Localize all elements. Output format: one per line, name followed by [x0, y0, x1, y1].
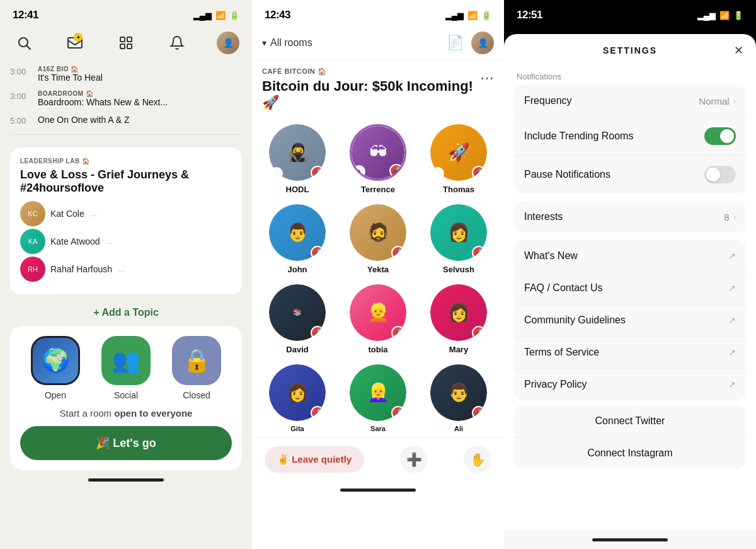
nav-doc-icon[interactable]: 📄 [447, 35, 464, 51]
room-type-closed-label: Closed [183, 390, 210, 400]
room-header-tag: CAFÉ BITCOIN 🏠 [262, 67, 480, 76]
speaker-circle-thomas: 🚀 🎤 ✦ [430, 124, 487, 181]
bell-icon[interactable] [166, 32, 188, 54]
svg-line-1 [27, 46, 31, 50]
speaker-name-thomas: Thomas [443, 185, 474, 194]
speaker-name-john: John [287, 265, 307, 274]
badge-thomas: ✦ [432, 167, 444, 180]
include-trending-toggle[interactable] [704, 127, 736, 145]
include-trending-row[interactable]: Include Trending Rooms [514, 117, 746, 156]
links-card: What's New ↗ FAQ / Contact Us ↗ Communit… [514, 240, 746, 400]
faq-row[interactable]: FAQ / Contact Us ↗ [514, 272, 746, 304]
privacy-ext-icon: ↗ [728, 379, 736, 390]
frequency-row[interactable]: Frequency Normal › [514, 85, 746, 117]
speaker-row-1: KC Kat Cole ... [20, 201, 232, 226]
user-avatar-2[interactable]: 👤 [471, 32, 494, 54]
community-label: Community Guidelines [524, 315, 626, 326]
pause-notifications-toggle[interactable] [704, 166, 736, 183]
speaker-name-selvush: Selvush [443, 265, 474, 274]
pause-notifications-row[interactable]: Pause Notifications [514, 156, 746, 194]
toolbar-p1: ✦ 👤 [0, 26, 252, 62]
badge-hodl: ✦ [270, 167, 283, 180]
room-tag: LEADERSHIP LAB 🏠 [20, 158, 232, 165]
home-indicator-2 [252, 481, 504, 500]
more-options-icon[interactable]: ⋯ [480, 67, 494, 86]
interests-value-group: 8 › [724, 212, 736, 222]
schedule-time-1: 3:00 [10, 66, 30, 76]
open-icon[interactable]: 🌍 [31, 336, 80, 385]
speaker-cell-terrence[interactable]: 🕶 🎤 ✦ Terrence [343, 124, 413, 194]
whats-new-row[interactable]: What's New ↗ [514, 240, 746, 272]
speaker-circle-john: 👨 🎤 [269, 204, 326, 261]
social-icon[interactable]: 👥 [101, 336, 151, 385]
raise-hand-button[interactable]: ✋ [464, 446, 491, 473]
wifi-icon: 📶 [215, 11, 226, 20]
schedule-title-1: It's Time To Heal [38, 72, 103, 83]
speaker-name-david: David [286, 345, 308, 354]
add-topic-btn[interactable]: + Add a Topic [0, 302, 252, 326]
speaker-cell-sara[interactable]: 👱‍♀ 🎤 Sara [343, 364, 413, 432]
inbox-icon[interactable]: ✦ [64, 32, 86, 54]
home-bar-1 [88, 478, 164, 482]
lets-go-button[interactable]: 🎉 Let's go [20, 426, 232, 460]
speaker-cell-ali[interactable]: 👨 🎤 Ali [423, 364, 494, 432]
room-header-title: Bitcoin du Jour: $50k Incoming! 🚀 [262, 78, 480, 112]
speaker-cell-mary[interactable]: 👩 🎤 Mary [423, 284, 494, 354]
interests-row[interactable]: Interests 8 › [514, 201, 746, 233]
speaker-cell-selvush[interactable]: 👩 🎤 Selvush [423, 204, 494, 274]
svg-rect-4 [127, 37, 132, 42]
connect-instagram-row[interactable]: Connect Instagram [514, 437, 746, 469]
tos-row[interactable]: Terms of Service ↗ [514, 337, 746, 369]
mic-muted-thomas: 🎤 [472, 166, 486, 180]
speaker-cell-tobia[interactable]: 👱 🎤 tobia [343, 284, 413, 354]
nav-left[interactable]: ▾ All rooms [262, 37, 312, 49]
closed-icon[interactable]: 🔒 [172, 336, 221, 385]
user-avatar-1[interactable]: 👤 [217, 32, 239, 54]
grid-icon[interactable] [115, 32, 137, 54]
speaker-dots-2: ... [106, 237, 113, 246]
room-type-open[interactable]: 🌍 Open [31, 336, 80, 400]
interests-value: 8 [724, 212, 729, 222]
interests-card[interactable]: Interests 8 › [514, 201, 746, 233]
schedule-title-2: Boardroom: Whats New & Next... [38, 97, 168, 107]
svg-rect-3 [120, 37, 125, 42]
speaker-name-gita: Gita [290, 425, 304, 432]
community-row[interactable]: Community Guidelines ↗ [514, 304, 746, 337]
schedule-time-3: 5:00 [10, 115, 30, 125]
mic-muted-terrence: 🎤 [389, 164, 403, 178]
search-icon[interactable] [13, 32, 35, 54]
room-title: Love & Loss - Grief Journeys & #24hourso… [20, 168, 232, 195]
leave-quietly-button[interactable]: ✌️ Leave quietly [265, 446, 364, 473]
mic-muted-mary: 🎤 [472, 326, 486, 340]
schedule-item-3: 5:00 One On One with A & Z [10, 111, 242, 129]
connect-instagram-label: Connect Instagram [587, 448, 672, 459]
speaker-cell-hodl[interactable]: 🥷 🎤 ✦ HODL [262, 124, 333, 194]
settings-panel: SETTINGS ✕ Notifications Frequency Norma… [504, 34, 756, 530]
speaker-name-ali: Ali [454, 425, 463, 432]
privacy-row[interactable]: Privacy Policy ↗ [514, 369, 746, 400]
speaker-name-terrence: Terrence [361, 185, 395, 194]
nav-chevron-down: ▾ [262, 38, 266, 48]
speaker-circle-terrence: 🕶 🎤 ✦ [350, 124, 406, 181]
include-trending-label: Include Trending Rooms [524, 130, 633, 142]
room-type-open-label: Open [45, 390, 66, 400]
community-ext-icon: ↗ [728, 315, 736, 325]
speaker-cell-yekta[interactable]: 🧔 🎤 Yekta [343, 204, 413, 274]
settings-header: SETTINGS ✕ [504, 34, 756, 67]
battery-icon-2: 🔋 [481, 11, 491, 20]
speaker-cell-gita[interactable]: 👩 🎤 Gita [262, 364, 333, 432]
room-type-closed[interactable]: 🔒 Closed [172, 336, 221, 400]
schedule-time-2: 3:00 [10, 90, 30, 101]
close-settings-button[interactable]: ✕ [734, 43, 743, 57]
speaker-cell-thomas[interactable]: 🚀 🎤 ✦ Thomas [423, 124, 494, 194]
room-header: CAFÉ BITCOIN 🏠 Bitcoin du Jour: $50k Inc… [252, 60, 504, 119]
speaker-name-2: Kate Atwood [50, 236, 100, 246]
room-type-social[interactable]: 👥 Social [101, 336, 151, 400]
room-card[interactable]: LEADERSHIP LAB 🏠 Love & Loss - Grief Jou… [10, 147, 242, 294]
speaker-cell-john[interactable]: 👨 🎤 John [262, 204, 333, 274]
add-button[interactable]: ➕ [400, 446, 428, 473]
speakers-grid: 🥷 🎤 ✦ HODL 🕶 🎤 ✦ Terrence 🚀 🎤 ✦ Thomas [252, 119, 504, 437]
schedule-tag-2: BOARDROOM 🏠 [38, 90, 168, 97]
speaker-cell-david[interactable]: 📚 🎤 David [262, 284, 333, 354]
connect-twitter-row[interactable]: Connect Twitter [514, 405, 746, 437]
